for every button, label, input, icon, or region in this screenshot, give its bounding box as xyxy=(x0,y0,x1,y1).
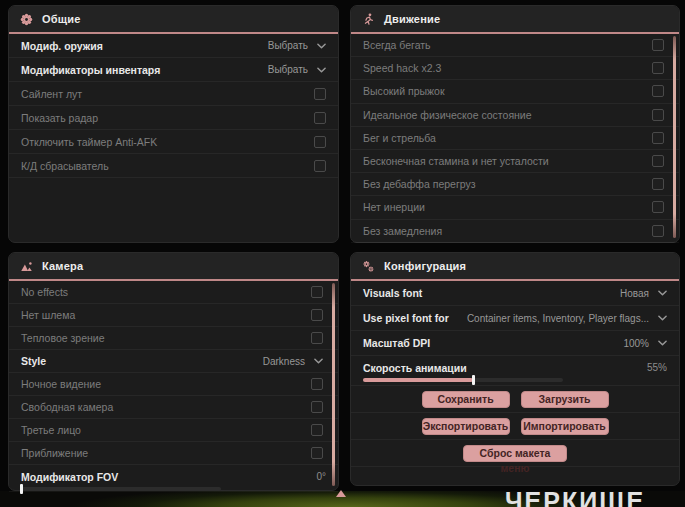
resize-handle-icon[interactable] xyxy=(336,490,346,497)
row-always-run[interactable]: Всегда бегать xyxy=(351,34,679,57)
checkbox[interactable] xyxy=(652,201,664,213)
row-night-vision[interactable]: Ночное видение xyxy=(9,373,338,396)
reset-menu-layout-button[interactable]: Сброс макета меню xyxy=(463,445,567,462)
dropdown-value: Новая xyxy=(620,288,649,299)
flower-gear-icon xyxy=(20,13,33,26)
row-label: No effects xyxy=(21,286,68,298)
row-perfect-condition[interactable]: Идеальное физическое состояние xyxy=(351,104,679,127)
style-dropdown[interactable]: Darkness xyxy=(263,356,323,367)
gears-icon xyxy=(362,260,375,273)
row-label: Нет шлема xyxy=(21,309,75,321)
checkbox[interactable] xyxy=(652,109,664,121)
panel-title: Общие xyxy=(42,13,81,25)
checkbox[interactable] xyxy=(652,225,664,237)
checkbox[interactable] xyxy=(314,112,326,124)
row-no-slowdown[interactable]: Без замедления xyxy=(351,220,679,243)
row-label: Модиф. оружия xyxy=(21,40,103,52)
animation-speed-slider[interactable] xyxy=(363,378,563,382)
row-label: Модификатор FOV xyxy=(21,471,118,483)
scrollbar[interactable] xyxy=(673,36,676,238)
animation-speed-slider-fill xyxy=(363,378,473,382)
row-label: Всегда бегать xyxy=(363,39,431,51)
row-label: Высокий прыжок xyxy=(363,85,445,97)
weapon-mod-dropdown[interactable]: Выбрать xyxy=(268,40,326,51)
row-cooldown-reset[interactable]: К/Д сбрасыватель xyxy=(9,154,338,178)
row-label: Свободная камера xyxy=(21,401,113,413)
button-row-3: Сброс макета меню xyxy=(351,440,679,467)
row-speed-hack[interactable]: Speed hack x2.3 xyxy=(351,57,679,80)
row-free-camera[interactable]: Свободная камера xyxy=(9,396,338,419)
chevron-down-icon xyxy=(317,67,326,73)
row-label: Тепловое зрение xyxy=(21,332,105,344)
panel-camera-header[interactable]: Камера xyxy=(9,253,338,281)
load-button[interactable]: Загрузить xyxy=(521,391,609,408)
checkbox[interactable] xyxy=(314,136,326,148)
scrollbar[interactable] xyxy=(332,283,335,486)
row-pixel-font[interactable]: Use pixel font for Container items, Inve… xyxy=(351,306,679,331)
checkbox[interactable] xyxy=(311,447,323,459)
row-style[interactable]: Style Darkness xyxy=(9,350,338,373)
animation-speed-slider-handle[interactable] xyxy=(472,375,475,385)
dropdown-value: Container items, Inventory, Player flags… xyxy=(467,313,649,324)
pixel-font-dropdown[interactable]: Container items, Inventory, Player flags… xyxy=(467,313,667,324)
checkbox[interactable] xyxy=(652,62,664,74)
row-no-overload-debuff[interactable]: Без дебаффа перегруз xyxy=(351,173,679,196)
chevron-down-icon xyxy=(317,43,326,49)
row-no-effects[interactable]: No effects xyxy=(9,281,338,304)
checkbox[interactable] xyxy=(652,85,664,97)
checkbox[interactable] xyxy=(314,160,326,172)
checkbox[interactable] xyxy=(311,332,323,344)
panel-general-header[interactable]: Общие xyxy=(9,6,338,34)
dropdown-value: Darkness xyxy=(263,356,305,367)
button-row-1: Сохранить Загрузить xyxy=(351,386,679,413)
checkbox[interactable] xyxy=(311,309,323,321)
row-label: Идеальное физическое состояние xyxy=(363,109,532,121)
row-third-person[interactable]: Третье лицо xyxy=(9,419,338,442)
row-label: Сайлент лут xyxy=(21,88,82,100)
checkbox[interactable] xyxy=(311,378,323,390)
row-silent-loot[interactable]: Сайлент лут xyxy=(9,82,338,106)
row-no-helmet[interactable]: Нет шлема xyxy=(9,304,338,327)
row-no-inertia[interactable]: Нет инерции xyxy=(351,196,679,219)
save-button[interactable]: Сохранить xyxy=(422,391,510,408)
row-show-radar[interactable]: Показать радар xyxy=(9,106,338,130)
checkbox[interactable] xyxy=(311,424,323,436)
import-button[interactable]: Импортировать xyxy=(521,418,609,435)
chevron-down-icon xyxy=(658,340,667,346)
row-dpi-scale[interactable]: Масштаб DPI 100% xyxy=(351,331,679,356)
inventory-mods-dropdown[interactable]: Выбрать xyxy=(268,64,326,75)
row-visuals-font[interactable]: Visuals font Новая xyxy=(351,281,679,306)
button-row-2: Экспортировать Импортировать xyxy=(351,413,679,440)
export-button[interactable]: Экспортировать xyxy=(422,418,510,435)
image-icon xyxy=(20,260,33,273)
row-weapon-mod[interactable]: Модиф. оружия Выбрать xyxy=(9,34,338,58)
checkbox[interactable] xyxy=(652,39,664,51)
row-anti-afk-timer[interactable]: Отключить таймер Anti-AFK xyxy=(9,130,338,154)
fov-slider-handle[interactable] xyxy=(20,484,23,494)
fov-value: 0° xyxy=(316,471,326,482)
checkbox[interactable] xyxy=(652,178,664,190)
checkbox[interactable] xyxy=(311,286,323,298)
row-infinite-stamina[interactable]: Бесконечная стамина и нет усталости xyxy=(351,150,679,173)
dpi-scale-dropdown[interactable]: 100% xyxy=(623,338,667,349)
row-zoom[interactable]: Приближение xyxy=(9,442,338,465)
visuals-font-dropdown[interactable]: Новая xyxy=(620,288,667,299)
panel-movement-header[interactable]: Движение xyxy=(351,6,679,34)
checkbox[interactable] xyxy=(652,155,664,167)
row-label: Без замедления xyxy=(363,225,442,237)
row-animation-speed[interactable]: Скорость анимации 55% xyxy=(351,356,679,386)
chevron-down-icon xyxy=(658,290,667,296)
checkbox[interactable] xyxy=(311,401,323,413)
fov-slider[interactable] xyxy=(21,487,221,491)
panel-title: Движение xyxy=(384,13,440,25)
row-fov-modifier[interactable]: Модификатор FOV 0° xyxy=(9,465,338,492)
row-high-jump[interactable]: Высокий прыжок xyxy=(351,80,679,103)
dropdown-value: 100% xyxy=(623,338,649,349)
row-inventory-mods[interactable]: Модификаторы инвентаря Выбрать xyxy=(9,58,338,82)
checkbox[interactable] xyxy=(652,132,664,144)
row-run-and-shoot[interactable]: Бег и стрельба xyxy=(351,127,679,150)
row-label: Отключить таймер Anti-AFK xyxy=(21,136,157,148)
checkbox[interactable] xyxy=(314,88,326,100)
panel-config-header[interactable]: Конфигурация xyxy=(351,253,679,281)
row-thermal-vision[interactable]: Тепловое зрение xyxy=(9,327,338,350)
